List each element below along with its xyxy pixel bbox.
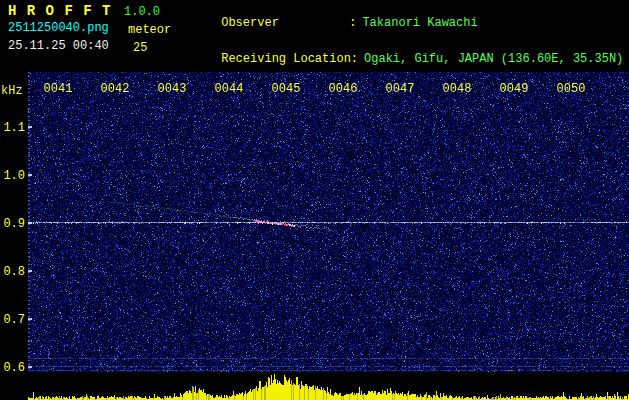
app-title: H R O F F T xyxy=(8,3,111,19)
freq-axis-label: 1.0 xyxy=(0,169,25,183)
time-axis-label: 0043 xyxy=(158,82,187,96)
time-axis-label: 0045 xyxy=(272,82,301,96)
freq-axis-label: 1.1 xyxy=(0,121,25,135)
hrofft-window: H R O F F T 1.0.0 2511250040.png meteor … xyxy=(0,0,629,400)
info-label: Observer xyxy=(221,17,349,29)
time-axis-label: 0050 xyxy=(557,82,586,96)
time-axis-label: 0046 xyxy=(329,82,358,96)
info-row-observer: Observer:Takanori Kawachi xyxy=(178,5,623,41)
meteor-count: 25 xyxy=(133,41,147,55)
time-axis-label: 0048 xyxy=(443,82,472,96)
freq-axis-unit: kHz xyxy=(1,84,23,98)
info-label: Receiving Location xyxy=(221,53,351,65)
freq-axis-label: 0.8 xyxy=(0,265,25,279)
info-separator: : xyxy=(349,16,356,30)
spectrogram-canvas xyxy=(28,72,629,372)
timestamp: 25.11.25 00:40 xyxy=(8,39,109,53)
time-axis-label: 0041 xyxy=(44,82,73,96)
info-value: Takanori Kawachi xyxy=(362,16,477,30)
freq-axis-label: 0.9 xyxy=(0,217,25,231)
app-version: 1.0.0 xyxy=(124,5,160,19)
freq-axis-label: 0.6 xyxy=(0,361,25,375)
info-separator: : xyxy=(351,52,358,66)
info-value: Ogaki, Gifu, JAPAN (136.60E, 35.35N) xyxy=(364,52,623,66)
signal-level-bargraph xyxy=(28,372,629,400)
time-axis-label: 0042 xyxy=(101,82,130,96)
time-axis-label: 0044 xyxy=(215,82,244,96)
mode-label: meteor xyxy=(128,23,171,37)
freq-axis-label: 0.7 xyxy=(0,313,25,327)
time-axis-label: 0049 xyxy=(500,82,529,96)
output-filename: 2511250040.png xyxy=(8,21,109,35)
time-axis-label: 0047 xyxy=(386,82,415,96)
